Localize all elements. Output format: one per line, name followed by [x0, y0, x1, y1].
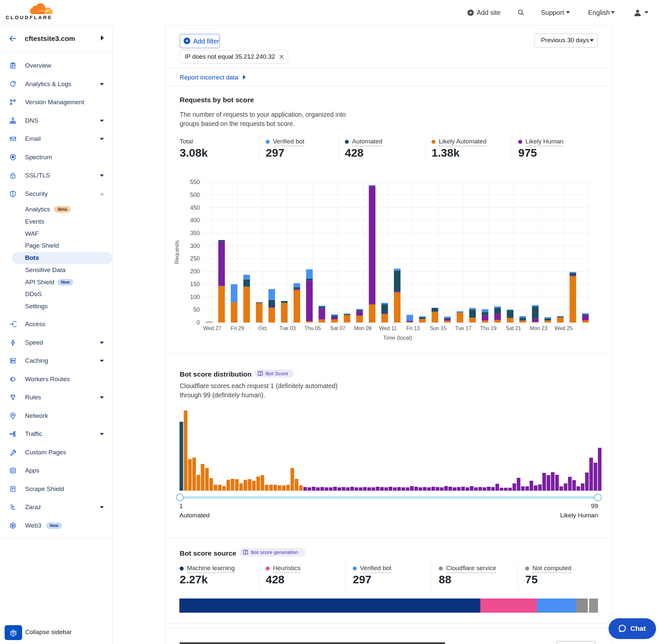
svg-text:Tue 17: Tue 17 — [455, 325, 471, 331]
svg-text:300: 300 — [190, 243, 200, 249]
svg-text:100: 100 — [190, 294, 200, 300]
svg-text:Time (local): Time (local) — [383, 335, 412, 341]
svg-text:Wed 25: Wed 25 — [555, 325, 573, 331]
svg-text:Sat 07: Sat 07 — [330, 325, 345, 331]
svg-text:400: 400 — [190, 217, 200, 224]
svg-text:Sat 21: Sat 21 — [506, 325, 521, 331]
svg-text:Fri 29: Fri 29 — [231, 325, 244, 331]
svg-text:Requests: Requests — [174, 240, 180, 264]
svg-text:Thu 05: Thu 05 — [305, 325, 321, 331]
svg-text:450: 450 — [190, 204, 200, 211]
svg-text:Oct: Oct — [258, 325, 267, 331]
svg-text:350: 350 — [190, 230, 200, 236]
svg-text:Mon 23: Mon 23 — [530, 325, 547, 331]
svg-text:Wed 27: Wed 27 — [204, 325, 221, 331]
svg-text:Mon 09: Mon 09 — [354, 325, 372, 331]
svg-text:550: 550 — [190, 179, 200, 185]
svg-text:Fri 13: Fri 13 — [406, 325, 420, 331]
svg-text:Thu 19: Thu 19 — [480, 325, 496, 331]
svg-text:500: 500 — [190, 191, 200, 198]
svg-text:150: 150 — [190, 281, 200, 288]
svg-text:0: 0 — [196, 319, 200, 326]
svg-text:Tue 03: Tue 03 — [280, 325, 296, 331]
svg-text:Wed 11: Wed 11 — [379, 325, 397, 331]
svg-text:250: 250 — [190, 255, 200, 262]
svg-text:200: 200 — [190, 268, 200, 275]
svg-text:50: 50 — [193, 306, 200, 313]
svg-text:Sun 15: Sun 15 — [430, 325, 447, 331]
